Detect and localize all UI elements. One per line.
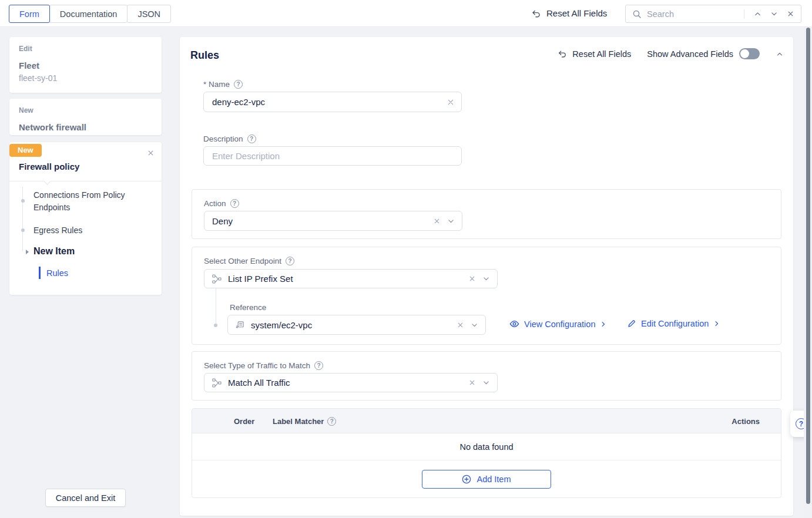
network-firewall-kicker: New bbox=[19, 106, 152, 115]
search-box bbox=[625, 5, 801, 23]
name-input[interactable] bbox=[203, 92, 462, 112]
app-screen: Form Documentation JSON Reset All Fields bbox=[0, 0, 812, 518]
traffic-select[interactable]: Match All Traffic bbox=[204, 373, 498, 392]
endpoint-select[interactable]: List IP Prefix Set bbox=[204, 269, 498, 288]
nested-connector-dot bbox=[214, 324, 217, 327]
table-header: Order Label Matcher ? Actions bbox=[192, 409, 781, 433]
pencil-icon bbox=[627, 319, 636, 328]
traffic-label: Select Type of Traffic to Match bbox=[204, 361, 310, 370]
scrollbar-track bbox=[804, 27, 812, 518]
tree-item-connections[interactable]: Connections From Policy Endpoints bbox=[33, 189, 149, 214]
view-configuration-label: View Configuration bbox=[524, 319, 595, 329]
search-nav bbox=[747, 10, 794, 18]
action-select[interactable]: Deny bbox=[204, 211, 462, 231]
clear-traffic-icon[interactable] bbox=[468, 379, 476, 386]
chevron-down-icon[interactable] bbox=[447, 217, 455, 225]
action-field-label-row: Action ? bbox=[204, 199, 239, 208]
tab-documentation[interactable]: Documentation bbox=[49, 5, 128, 23]
add-item-button[interactable]: Add Item bbox=[422, 470, 551, 489]
help-icon[interactable]: ? bbox=[247, 134, 256, 143]
clear-reference-icon[interactable] bbox=[457, 321, 464, 329]
fleet-card-title: Fleet bbox=[19, 60, 152, 70]
panel-controls: Reset All Fields Show Advanced Fields bbox=[557, 48, 783, 59]
view-tab-group: Form Documentation JSON bbox=[9, 5, 171, 23]
tab-form[interactable]: Form bbox=[9, 5, 50, 23]
sidebar-card-fleet[interactable]: Edit Fleet fleet-sy-01 bbox=[9, 37, 162, 93]
scrollbar-thumb[interactable] bbox=[806, 28, 810, 504]
column-label-matcher-label: Label Matcher bbox=[273, 417, 324, 426]
active-item-bar bbox=[39, 267, 41, 279]
tree-item-egress-rules[interactable]: Egress Rules bbox=[33, 224, 149, 237]
chevron-down-icon[interactable] bbox=[471, 321, 478, 329]
column-order-label: Order bbox=[234, 417, 254, 426]
action-label: Action bbox=[204, 199, 226, 208]
new-badge: New bbox=[9, 144, 42, 157]
tree-item-rules[interactable]: Rules bbox=[46, 268, 68, 278]
description-field-label-row: Description ? bbox=[203, 134, 256, 143]
policy-card-title: Firewall policy bbox=[19, 162, 79, 171]
eye-icon bbox=[509, 319, 519, 329]
collapse-notch bbox=[43, 177, 51, 185]
search-close-icon[interactable] bbox=[787, 10, 794, 18]
help-icon[interactable]: ? bbox=[314, 361, 323, 370]
tab-json[interactable]: JSON bbox=[127, 5, 171, 23]
reset-all-fields-button[interactable]: Reset All Fields bbox=[531, 0, 607, 26]
collapse-section-icon[interactable] bbox=[776, 51, 783, 58]
tree-item-new-item[interactable]: New Item bbox=[33, 246, 75, 257]
reference-field-label-row: Reference bbox=[230, 303, 266, 312]
reference-select-value: system/ec2-vpc bbox=[251, 320, 450, 330]
search-icon bbox=[632, 9, 642, 19]
edit-configuration-link[interactable]: Edit Configuration bbox=[627, 319, 720, 328]
help-icon[interactable]: ? bbox=[327, 417, 336, 426]
clear-action-icon[interactable] bbox=[433, 217, 441, 225]
traffic-select-value: Match All Traffic bbox=[228, 378, 462, 388]
network-firewall-title: Network firewall bbox=[19, 122, 152, 132]
column-actions-label: Actions bbox=[732, 417, 760, 426]
action-select-value: Deny bbox=[212, 216, 427, 226]
chevron-down-icon[interactable] bbox=[482, 275, 490, 282]
sidebar-card-firewall-policy: New Firewall policy Connections From Pol… bbox=[9, 142, 162, 295]
help-icon[interactable]: ? bbox=[230, 199, 239, 208]
label-matcher-table: Order Label Matcher ? Actions No data fo… bbox=[192, 408, 781, 498]
endpoint-select-value: List IP Prefix Set bbox=[228, 274, 462, 284]
chevron-down-icon[interactable] bbox=[482, 379, 490, 386]
search-divider bbox=[744, 9, 744, 19]
panel-title: Rules bbox=[190, 49, 219, 62]
cancel-and-exit-button[interactable]: Cancel and Exit bbox=[45, 489, 126, 507]
reference-select[interactable]: system/ec2-vpc bbox=[227, 315, 486, 335]
help-icon[interactable]: ? bbox=[234, 80, 243, 89]
endpoint-label: Select Other Endpoint bbox=[204, 257, 281, 265]
undo-icon bbox=[557, 49, 567, 59]
description-input[interactable] bbox=[203, 146, 462, 166]
view-configuration-link[interactable]: View Configuration bbox=[509, 319, 607, 329]
name-input-wrap bbox=[203, 92, 462, 112]
policy-card-close-icon[interactable] bbox=[147, 149, 155, 157]
reset-all-fields-label: Reset All Fields bbox=[546, 8, 607, 18]
tree-connector-line bbox=[22, 187, 23, 251]
fleet-card-kicker: Edit bbox=[19, 45, 152, 53]
edit-configuration-label: Edit Configuration bbox=[641, 319, 709, 328]
show-advanced-fields-toggle[interactable] bbox=[739, 48, 760, 59]
description-label: Description bbox=[203, 134, 243, 143]
chevron-right-icon bbox=[713, 320, 720, 327]
column-order: Order bbox=[234, 409, 254, 433]
clear-name-icon[interactable] bbox=[447, 98, 455, 106]
network-nodes-icon bbox=[212, 274, 222, 284]
search-next-icon[interactable] bbox=[770, 10, 778, 18]
caret-right-icon bbox=[26, 250, 29, 254]
plus-circle-icon bbox=[462, 475, 471, 484]
column-label-matcher: Label Matcher ? bbox=[273, 409, 336, 433]
search-prev-icon[interactable] bbox=[754, 10, 761, 18]
table-empty-state: No data found bbox=[192, 433, 781, 460]
tree-bullet bbox=[21, 228, 25, 232]
tree-bullet bbox=[21, 199, 25, 203]
reference-document-icon bbox=[236, 321, 244, 329]
clear-endpoint-icon[interactable] bbox=[468, 275, 476, 282]
sidebar-card-network-firewall[interactable]: New Network firewall bbox=[9, 99, 162, 135]
help-icon[interactable]: ? bbox=[286, 257, 294, 265]
add-item-label: Add Item bbox=[477, 475, 511, 484]
column-actions: Actions bbox=[732, 409, 760, 433]
search-input[interactable] bbox=[647, 9, 743, 19]
panel-reset-all-fields-button[interactable]: Reset All Fields bbox=[557, 49, 631, 59]
policy-card-divider bbox=[9, 181, 162, 181]
